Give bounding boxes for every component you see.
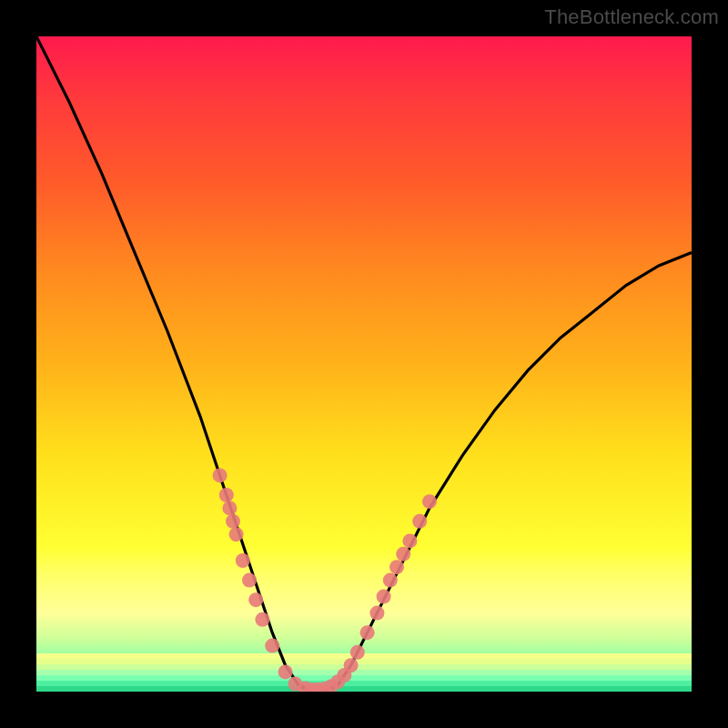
chart-frame: TheBottleneck.com	[0, 0, 728, 728]
bottleneck-curve	[36, 36, 692, 692]
data-marker	[242, 573, 257, 588]
data-marker	[236, 553, 250, 568]
plot-area	[36, 36, 692, 692]
data-marker	[383, 573, 398, 588]
data-marker	[402, 533, 417, 548]
data-marker	[389, 560, 404, 574]
watermark-text: TheBottleneck.com	[544, 5, 719, 29]
data-marker	[255, 612, 269, 627]
data-marker	[265, 639, 279, 653]
curve-svg	[36, 36, 692, 692]
data-marker	[350, 645, 365, 660]
data-marker	[377, 590, 391, 604]
data-marker	[344, 658, 359, 672]
data-marker	[219, 488, 234, 502]
data-marker	[360, 625, 375, 640]
data-marker	[248, 592, 263, 607]
marker-group	[213, 468, 437, 692]
data-marker	[226, 514, 240, 529]
data-marker	[278, 664, 293, 679]
data-marker	[229, 527, 244, 541]
data-marker	[412, 514, 427, 529]
data-marker	[422, 494, 437, 509]
data-marker	[222, 500, 237, 515]
data-marker	[213, 468, 228, 482]
data-marker	[396, 547, 410, 561]
data-marker	[369, 606, 384, 621]
